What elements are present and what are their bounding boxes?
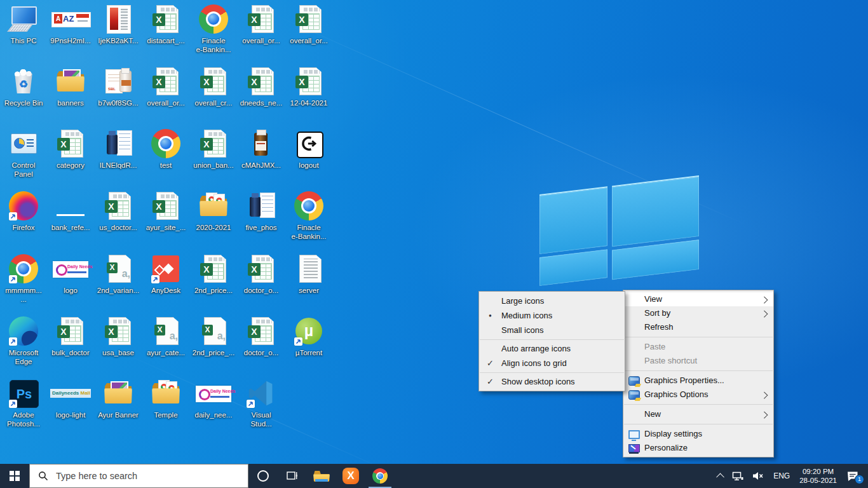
desktop-icon-label: 2nd_price... (189, 286, 238, 295)
desktop-icon-label: Firefox (0, 223, 48, 232)
desktop-icon-2020-2021[interactable]: 2020-2021 (189, 191, 238, 232)
menu-item-align-icons-to-grid[interactable]: ✓Align icons to grid (479, 356, 625, 370)
desktop-icon-us-doctor[interactable]: Xus_doctor... (94, 191, 142, 232)
desktop-icon-control[interactable]: ControlPanel (0, 128, 48, 179)
desktop-icon-2nd-varian[interactable]: Xa,2nd_varian... (94, 254, 142, 295)
menu-item-medium-icons[interactable]: ●Medium icons (479, 308, 625, 323)
desktop-icon-temple[interactable]: Temple (142, 378, 190, 419)
excel-icon: X (151, 4, 181, 34)
network-icon (732, 471, 743, 481)
desktop-icon-12-04-2021[interactable]: X12-04-2021 (285, 66, 333, 107)
desktop-icon-overall-or[interactable]: Xoverall_or... (285, 4, 333, 45)
desktop-context-menu: ViewSort byRefreshPastePaste shortcutGra… (623, 290, 774, 458)
tray-chevron-button[interactable] (713, 464, 728, 488)
desktop-icon-torrent[interactable]: µµTorrent (285, 316, 333, 357)
desktop-icon-anydesk[interactable]: AnyDesk (142, 254, 190, 295)
volume-button[interactable] (748, 464, 769, 488)
desktop-icon-bank-refe[interactable]: bank_refe... (46, 191, 95, 232)
menu-item-label: Paste shortcut (644, 356, 697, 365)
desktop-icon-firefox[interactable]: Firefox (0, 191, 48, 232)
xampp-button[interactable]: X (336, 464, 365, 488)
taskbar-search[interactable] (29, 464, 248, 488)
desktop-icon-banners[interactable]: banners (46, 66, 95, 107)
cortana-button[interactable] (248, 464, 278, 488)
desktop-icon-label: IjeKB2aKT... (94, 36, 142, 45)
desktop-icon-overall-or[interactable]: Xoverall_or... (237, 4, 285, 45)
taskbar-clock[interactable]: 09:20 PM 28-05-2021 (794, 464, 842, 488)
menu-item-refresh[interactable]: Refresh (623, 320, 773, 334)
desktop-icon-overall-or[interactable]: Xoverall_or... (142, 66, 190, 107)
desktop-icon-label: ayur_cate... (142, 348, 190, 357)
menu-item-small-icons[interactable]: Small icons (479, 323, 625, 337)
desktop-icon-daily-nee[interactable]: Daily Needsdaily_nee... (189, 378, 238, 419)
desktop-icon-five-phos[interactable]: five_phos (237, 191, 285, 232)
desktop-icon-union-ban[interactable]: Xunion_ban... (189, 128, 238, 170)
menu-item-label: Align icons to grid (501, 358, 567, 368)
shortcut-arrow-icon (9, 400, 17, 408)
desktop-icon-label: overall_cr... (189, 98, 238, 107)
desktop-icon-logo[interactable]: Daily Needslogo (46, 254, 95, 295)
menu-item-personalize[interactable]: Personalize (623, 441, 773, 455)
desktop-icon-category[interactable]: Xcategory (46, 128, 95, 170)
language-indicator[interactable]: ENG (769, 464, 794, 488)
desktop-icon-ayur-site[interactable]: Xayur_site_... (142, 191, 190, 232)
desktop-icon-distacart[interactable]: Xdistacart_... (142, 4, 190, 45)
menu-item-show-desktop-icons[interactable]: ✓Show desktop icons (479, 374, 625, 389)
menu-item-large-icons[interactable]: Large icons (479, 294, 625, 308)
desktop-icon-microsoft[interactable]: MicrosoftEdge (0, 316, 48, 366)
menu-item-display-settings[interactable]: Display settings (623, 427, 773, 441)
desktop-icon-mmmmm[interactable]: mmmmm...... (0, 254, 48, 304)
desktop-icon-label: µTorrent (285, 348, 333, 357)
desktop-icon-overall-cr[interactable]: Xoverall_cr... (189, 66, 238, 107)
desktop-icon-server[interactable]: server (285, 254, 333, 295)
file-explorer-button[interactable] (307, 464, 336, 488)
desktop-icon-usa-base[interactable]: Xusa_base (94, 316, 142, 357)
desktop-icon-2nd-price[interactable]: X2nd_price... (189, 254, 238, 295)
desktop-icon-bulk-doctor[interactable]: Xbulk_doctor (46, 316, 95, 357)
desktop-icon-ayur-cate[interactable]: Xa,ayur_cate... (142, 316, 190, 357)
desktop-icon-cmahjmx[interactable]: cMAhJMX... (237, 128, 285, 170)
menu-item-auto-arrange-icons[interactable]: Auto arrange icons (479, 341, 625, 356)
excel-icon: X (103, 316, 133, 346)
desktop-icon-this-pc[interactable]: This PC (0, 4, 48, 45)
desktop-icon-9pnsh2mi[interactable]: AAZ9PnsH2mI... (46, 4, 95, 45)
search-input[interactable] (55, 470, 248, 482)
desktop-icon-b7w0f8sg[interactable]: b7w0f8SG... (94, 66, 142, 107)
desktop-icon-logout[interactable]: logout (285, 128, 333, 170)
desktop-icon-2nd-price[interactable]: Xa,2nd_price_... (189, 316, 238, 357)
desktop-icon-dneeds-ne[interactable]: Xdneeds_ne... (237, 66, 285, 107)
menu-item-graphics-options[interactable]: Graphics Options (623, 388, 773, 402)
desktop-icon-finacle[interactable]: Finaclee-Bankin... (189, 4, 238, 54)
desktop-icon-recycle-bin[interactable]: ♻Recycle Bin (0, 66, 48, 107)
excel-icon: X (294, 66, 324, 97)
menu-item-sort-by[interactable]: Sort by (623, 306, 773, 320)
menu-item-graphics-properties[interactable]: Graphics Properties... (623, 374, 773, 388)
action-center-button[interactable]: 1 (842, 464, 865, 488)
desktop-icon-doctor-o[interactable]: Xdoctor_o... (237, 254, 285, 295)
start-button[interactable] (0, 464, 29, 488)
desktop-icon-test[interactable]: test (142, 128, 190, 170)
desktop-icon-visual[interactable]: VisualStud... (237, 378, 285, 428)
clock-date: 28-05-2021 (799, 476, 837, 485)
desktop-icon-logo-light[interactable]: Dailyneeds Malllogo-light (46, 378, 95, 419)
menu-separator (624, 404, 773, 405)
desktop-icon-ijekb2akt[interactable]: IjeKB2aKT... (94, 4, 142, 45)
chrome-button[interactable] (365, 464, 395, 488)
excel-icon: X (55, 316, 86, 346)
network-button[interactable] (728, 464, 748, 488)
system-tray: ENG 09:20 PM 28-05-2021 1 (713, 464, 868, 488)
task-view-button[interactable] (278, 464, 307, 488)
desktop-icon-label: server (285, 286, 333, 295)
menu-item-label: Personalize (644, 443, 688, 452)
menu-item-view[interactable]: View (623, 292, 773, 306)
menu-item-label: Paste (644, 342, 665, 351)
desktop-icon-finacle[interactable]: Finaclee-Bankin... (285, 191, 333, 241)
desktop-icon-label: distacart_... (142, 36, 190, 45)
desktop-icon-ayur-banner[interactable]: Ayur Banner (94, 378, 142, 419)
desktop-icon-label: VisualStud... (237, 410, 285, 428)
desktop-icon-adobe[interactable]: PsAdobePhotosh... (0, 378, 48, 428)
taskbar: X ENG (0, 464, 868, 488)
desktop-icon-doctor-o[interactable]: Xdoctor_o... (237, 316, 285, 357)
menu-item-new[interactable]: New (623, 407, 773, 421)
desktop-icon-ilnelqdr[interactable]: ILNElqdR... (94, 128, 142, 170)
